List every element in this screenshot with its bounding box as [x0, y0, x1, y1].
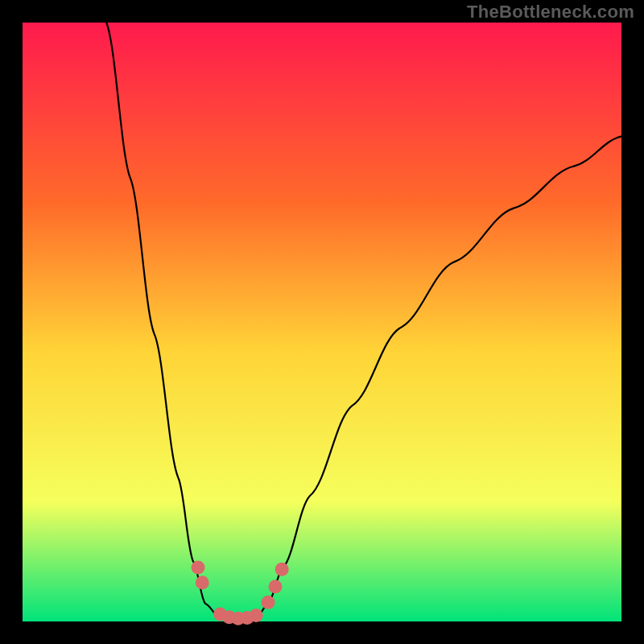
chart-container: TheBottleneck.com — [0, 0, 644, 644]
curve-marker — [191, 561, 204, 575]
curve-marker — [268, 580, 282, 593]
curve-marker — [275, 563, 289, 576]
curve-marker — [196, 576, 209, 589]
plot-background — [23, 23, 621, 621]
curve-marker — [250, 609, 263, 622]
curve-marker — [262, 596, 275, 609]
bottleneck-chart — [0, 0, 644, 644]
watermark-label: TheBottleneck.com — [467, 2, 634, 23]
